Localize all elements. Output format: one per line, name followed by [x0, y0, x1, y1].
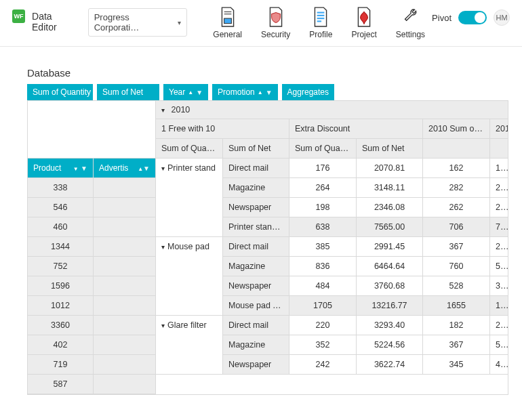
- cell-next: [94, 257, 156, 276]
- toolbar-general-button[interactable]: General: [213, 7, 242, 39]
- header-right: Pivot HM: [432, 9, 510, 26]
- pivot-toggle[interactable]: [458, 11, 487, 24]
- cell-q1: 352: [289, 335, 357, 355]
- cell-q1: 385: [289, 237, 357, 257]
- toolbar-settings-label: Settings: [396, 30, 425, 39]
- col-header-promo2[interactable]: Extra Discount: [289, 119, 423, 139]
- cell-total: 338: [28, 178, 94, 198]
- adv-header[interactable]: Direct mail: [223, 237, 289, 257]
- cell-n2: 1679.94: [490, 159, 508, 178]
- content: Database Sum of Quantity Sum of Net Year…: [0, 47, 522, 395]
- cell-n2: 5009.99: [490, 335, 508, 355]
- col-sub-sumn-2[interactable]: Sum of Net: [357, 139, 423, 159]
- total-q2: 1655: [423, 296, 490, 316]
- product-name: Mouse pad: [167, 242, 209, 251]
- pivot-corner: [28, 101, 156, 159]
- app-title: Data Editor: [32, 11, 77, 33]
- product-header[interactable]: ▾Printer stand: [156, 159, 223, 237]
- col-header-promo1[interactable]: 1 Free with 10: [156, 119, 289, 139]
- adv-header[interactable]: Magazine: [223, 178, 289, 198]
- total-next: [94, 237, 156, 257]
- adv-header[interactable]: Magazine: [223, 335, 289, 355]
- row-field-advertis-header: Advertis ▲▼: [94, 159, 156, 178]
- cell-q1: 836: [289, 257, 357, 276]
- total-q1: 1705: [289, 296, 357, 316]
- cell-next: [94, 355, 156, 375]
- toolbar-project-label: Project: [351, 30, 376, 39]
- total-n1: 7565.00: [357, 217, 423, 237]
- total-q1: 638: [289, 217, 357, 237]
- total-t: 3360: [28, 316, 94, 335]
- cell-total: 1596: [28, 276, 94, 296]
- cell-n1: 3622.74: [357, 355, 423, 375]
- cell-n1: 3293.40: [357, 316, 423, 335]
- cell-total: 1012: [28, 296, 94, 316]
- sort-asc-icon: ▲: [258, 89, 263, 96]
- adv-header[interactable]: Direct mail: [223, 316, 289, 335]
- col-sub-sumn-1[interactable]: Sum of Net: [223, 139, 289, 159]
- toolbar-profile-button[interactable]: Profile: [309, 7, 332, 39]
- product-header[interactable]: ▾Glare filter: [156, 316, 223, 375]
- cell-next: [94, 178, 156, 198]
- adv-header[interactable]: Newspaper: [223, 198, 289, 217]
- col-sub-total-blank: [423, 139, 490, 159]
- toolbar-project-button[interactable]: Project: [351, 7, 376, 39]
- toolbar-security-button[interactable]: Security: [261, 7, 290, 39]
- chip-aggregates[interactable]: Aggregates: [282, 84, 334, 100]
- adv-header[interactable]: Newspaper: [223, 276, 289, 296]
- cell-q2: 262: [423, 198, 490, 217]
- cell-q2: 760: [423, 257, 490, 276]
- filter-icon: ▼: [81, 165, 87, 172]
- pivot-grid-container: ▾ 2010 1 Free with 10 Extra Discount 201…: [27, 100, 508, 395]
- col-header-year-total[interactable]: 2010 Sum of Qua: [423, 119, 490, 139]
- product-total-label: Mouse pad Total: [223, 296, 289, 316]
- product-name: Printer stand: [167, 163, 216, 173]
- cell-n1: 3760.68: [357, 276, 423, 296]
- year-group-header[interactable]: ▾ 2010: [156, 101, 508, 119]
- cell-q1: 264: [289, 178, 357, 198]
- cell-total: 460: [28, 217, 94, 237]
- cell-total: 587: [28, 375, 94, 394]
- cell-q2: 528: [423, 276, 490, 296]
- company-selected-value: Progress Corporati…: [94, 12, 173, 33]
- chip-promotion[interactable]: Promotion ▲ ▼: [212, 84, 278, 100]
- adv-header[interactable]: Magazine: [223, 257, 289, 276]
- svg-rect-0: [224, 18, 231, 24]
- chip-sum-net[interactable]: Sum of Net: [97, 84, 159, 100]
- chevron-down-icon: ▾: [161, 165, 165, 172]
- cell-q1: 176: [289, 159, 357, 178]
- chip-year[interactable]: Year ▲ ▼: [163, 84, 208, 100]
- sort-asc-icon: ▲: [138, 166, 143, 172]
- pivot-grid: ▾ 2010 1 Free with 10 Extra Discount 201…: [28, 101, 508, 394]
- cell-next: [94, 375, 156, 394]
- chevron-down-icon: ▾: [161, 322, 165, 329]
- adv-header[interactable]: Newspaper: [223, 355, 289, 375]
- chip-advertis[interactable]: Advertis ▲▼: [94, 159, 155, 177]
- field-chip-row-top: Sum of Quantity Sum of Net Year ▲ ▼ Prom…: [27, 84, 508, 100]
- cell-n1: 5224.56: [357, 335, 423, 355]
- chevron-down-icon: ▾: [178, 19, 181, 26]
- toolbar-profile-label: Profile: [309, 30, 332, 39]
- avatar[interactable]: HM: [494, 9, 510, 26]
- cell-n1: 2070.81: [357, 159, 423, 178]
- app-logo-icon: WF: [12, 9, 25, 23]
- cell-n2: 4474.65: [490, 355, 508, 375]
- product-header[interactable]: ▾Mouse pad: [156, 237, 223, 316]
- cell-next: [94, 276, 156, 296]
- app-header: WF Data Editor Progress Corporati… ▾ Gen…: [0, 0, 522, 47]
- toolbar: General Security Profile Proj: [213, 7, 425, 39]
- col-sub-sumq-2[interactable]: Sum of Quantity: [289, 139, 357, 159]
- company-dropdown[interactable]: Progress Corporati… ▾: [88, 8, 188, 37]
- col-sub-next-blank: [490, 139, 508, 159]
- toolbar-settings-button[interactable]: Settings: [396, 7, 425, 39]
- cell-n2: 2716.94: [490, 198, 508, 217]
- col-header-next-year[interactable]: 201: [490, 119, 508, 139]
- chip-sum-quantity[interactable]: Sum of Quantity: [27, 84, 93, 100]
- cell-n2: 2964.34: [490, 178, 508, 198]
- cell-total: 546: [28, 198, 94, 217]
- chip-product[interactable]: Product ▼ ▼: [28, 159, 93, 177]
- adv-header[interactable]: Direct mail: [223, 159, 289, 178]
- col-sub-sumq-1[interactable]: Sum of Quantity: [156, 139, 223, 159]
- cell-n1: 2346.08: [357, 198, 423, 217]
- cell-total: 752: [28, 257, 94, 276]
